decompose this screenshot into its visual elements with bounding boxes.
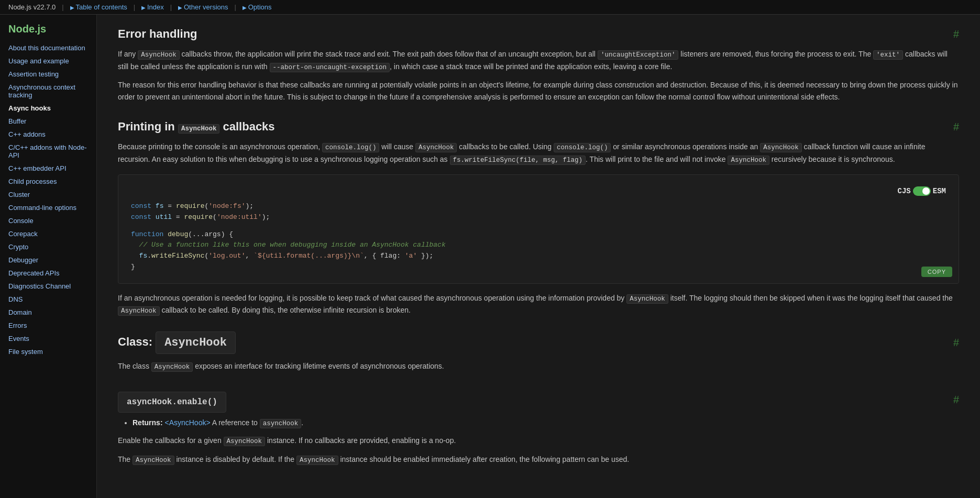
sidebar: Node.js About this documentationUsage an… xyxy=(0,15,97,498)
sidebar-item-command-line[interactable]: Command-line options xyxy=(0,201,96,214)
options-link[interactable]: Options xyxy=(243,3,272,11)
exit-inline: 'exit' xyxy=(873,50,903,60)
code-block-header: CJS ESM xyxy=(131,185,946,197)
sidebar-item-diagnostics-channel[interactable]: Diagnostics Channel xyxy=(0,280,96,293)
main-content: Error handling # If any AsyncHook callba… xyxy=(97,15,980,498)
console-log-2: console.log() xyxy=(554,143,611,152)
asynchook-enable-inline: AsyncHook xyxy=(224,437,266,446)
class-asynchook-section: Class: AsyncHook # xyxy=(118,331,959,354)
sidebar-logo[interactable]: Node.js xyxy=(0,21,96,41)
asynchook-enable-inline3: AsyncHook xyxy=(296,456,338,465)
asynchook-inline-1: AsyncHook xyxy=(138,50,180,60)
cjs-esm-toggle[interactable]: CJS ESM xyxy=(898,185,946,197)
asynchook-p2-3: AsyncHook xyxy=(728,156,769,165)
asynchook-para2-2: AsyncHook xyxy=(118,306,160,316)
asynchook-class-inline: AsyncHook xyxy=(151,362,193,372)
returns-label: Returns: xyxy=(133,418,163,427)
other-versions-link[interactable]: Other versions xyxy=(178,3,228,11)
class-asynchook-para1: The class AsyncHook exposes an interface… xyxy=(118,360,959,373)
printing-section: Printing in AsyncHook callbacks # xyxy=(118,120,959,134)
copy-button[interactable]: COPY xyxy=(921,267,952,277)
printing-title: Printing in AsyncHook callbacks xyxy=(118,120,275,134)
asynchook-link[interactable]: <AsyncHook> xyxy=(164,418,210,427)
uncaught-exception-inline: 'uncaughtException' xyxy=(598,50,679,60)
asynchook-para2: AsyncHook xyxy=(626,294,668,304)
printing-para1: Because printing to the console is an as… xyxy=(118,141,959,165)
sidebar-item-buffer[interactable]: Buffer xyxy=(0,115,96,128)
class-asynchook-code: AsyncHook xyxy=(156,331,236,354)
toc-link[interactable]: Table of contents xyxy=(70,3,127,11)
sidebar-item-console[interactable]: Console xyxy=(0,214,96,227)
sidebar-item-deprecated-apis[interactable]: Deprecated APIs xyxy=(0,267,96,280)
enable-para1: Enable the callbacks for a given AsyncHo… xyxy=(118,435,959,447)
printing-hash[interactable]: # xyxy=(953,121,959,133)
sidebar-item-async-hooks[interactable]: Async hooks xyxy=(0,102,96,115)
sidebar-item-child-processes[interactable]: Child processes xyxy=(0,175,96,188)
toggle-switch[interactable] xyxy=(913,186,931,196)
enable-section-header: asyncHook.enable() # xyxy=(118,383,959,417)
sidebar-items: About this documentationUsage and exampl… xyxy=(0,41,96,358)
printing-asynchook-code: AsyncHook xyxy=(178,124,220,134)
abort-flag-inline: --abort-on-uncaught-exception xyxy=(270,63,390,72)
code-line-3: function debug(...args) { xyxy=(131,229,946,240)
printing-para2: If an asynchronous operation is needed f… xyxy=(118,292,959,317)
sidebar-item-corepack[interactable]: Corepack xyxy=(0,227,96,240)
class-asynchook-hash[interactable]: # xyxy=(953,337,959,349)
console-log-1: console.log() xyxy=(322,143,380,152)
main-layout: Node.js About this documentationUsage an… xyxy=(0,15,980,498)
fs-write-sync-inline: fs.writeFileSync(file, msg, flag) xyxy=(450,156,586,165)
index-link[interactable]: Index xyxy=(141,3,164,11)
asynchook-p2-2: AsyncHook xyxy=(760,143,802,152)
sidebar-item-cpp-embedder-api[interactable]: C++ embedder API xyxy=(0,162,96,175)
code-line-1: const fs = require('node:fs'); xyxy=(131,201,946,212)
error-handling-para2: The reason for this error handling behav… xyxy=(118,79,959,103)
sidebar-item-assertion[interactable]: Assertion testing xyxy=(0,68,96,81)
code-line-2: const util = require('node:util'); xyxy=(131,212,946,223)
error-handling-title: Error handling xyxy=(118,27,197,41)
code-line-4: // Use a function like this one when deb… xyxy=(131,240,946,251)
top-nav: Node.js v22.7.0 | Table of contents | In… xyxy=(0,0,980,15)
returns-list-item: Returns: <AsyncHook> A reference to asyn… xyxy=(133,417,959,429)
enable-para2: The AsyncHook instance is disabled by de… xyxy=(118,453,959,466)
sidebar-item-domain[interactable]: Domain xyxy=(0,306,96,319)
asynchook-p2-1: AsyncHook xyxy=(415,143,457,152)
sidebar-item-cpp-addons[interactable]: C++ addons xyxy=(0,128,96,141)
error-handling-para1: If any AsyncHook callbacks throw, the ap… xyxy=(118,48,959,73)
sidebar-item-usage[interactable]: Usage and example xyxy=(0,54,96,68)
sidebar-item-cluster[interactable]: Cluster xyxy=(0,188,96,201)
code-line-6: } xyxy=(131,262,946,273)
sidebar-item-cpp-addons-node-api[interactable]: C/C++ addons with Node-API xyxy=(0,141,96,162)
sidebar-item-debugger[interactable]: Debugger xyxy=(0,253,96,267)
error-handling-hash[interactable]: # xyxy=(953,28,959,40)
asynchook-returns-code: asyncHook xyxy=(260,419,302,428)
enable-hash[interactable]: # xyxy=(953,394,959,406)
returns-list: Returns: <AsyncHook> A reference to asyn… xyxy=(133,417,959,429)
code-line-5: fs.writeFileSync('log.out', `${util.form… xyxy=(131,251,946,262)
sidebar-item-events[interactable]: Events xyxy=(0,332,96,345)
code-block: CJS ESM const fs = require('node:fs'); c… xyxy=(118,174,959,284)
sidebar-item-dns[interactable]: DNS xyxy=(0,293,96,306)
sidebar-item-errors[interactable]: Errors xyxy=(0,319,96,332)
sidebar-item-file-system[interactable]: File system xyxy=(0,345,96,358)
sidebar-item-async-context[interactable]: Asynchronous context tracking xyxy=(0,81,96,102)
error-handling-section: Error handling # xyxy=(118,27,959,41)
class-asynchook-title: Class: AsyncHook xyxy=(118,331,236,354)
cjs-label: CJS xyxy=(898,185,911,197)
code-spacer xyxy=(131,223,946,229)
version-label: Node.js v22.7.0 xyxy=(8,3,56,11)
sidebar-item-about[interactable]: About this documentation xyxy=(0,41,96,54)
asynchook-enable-inline2: AsyncHook xyxy=(133,456,174,465)
esm-label: ESM xyxy=(933,185,946,197)
enable-method-heading: asyncHook.enable() xyxy=(118,392,226,413)
sidebar-item-crypto[interactable]: Crypto xyxy=(0,240,96,253)
